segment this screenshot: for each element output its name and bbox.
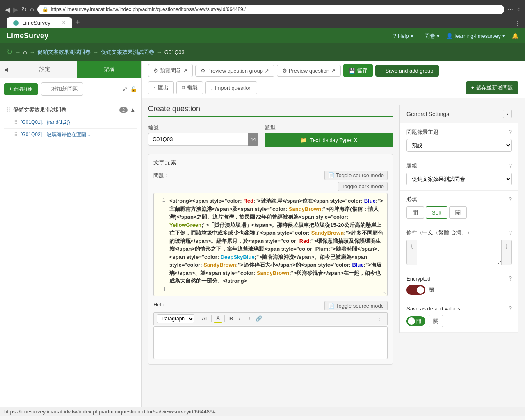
encrypted-label: Encrypted	[406, 276, 431, 282]
toggle-source-button[interactable]: 📄 Toggle source mode	[324, 171, 388, 180]
save-default-off-button[interactable]: 關	[429, 315, 443, 327]
user-chevron-icon: ▾	[502, 33, 505, 39]
export-button[interactable]: ↑ 匯出	[148, 81, 174, 94]
new-tab-button[interactable]: +	[72, 16, 83, 28]
group-help-icon[interactable]: ?	[509, 162, 512, 169]
copy-icon: ⧉	[182, 84, 185, 91]
condition-suffix: }	[501, 240, 511, 265]
encrypted-help-icon[interactable]: ?	[509, 275, 512, 282]
mandatory-soft-button[interactable]: Soft	[426, 206, 447, 219]
help-editor-area[interactable]	[153, 326, 388, 359]
bold-button[interactable]: B	[227, 315, 235, 322]
breadcrumb: ↻ → ⌂ → 促銷文案效果測試問卷 → 促銷文案效果測試問卷 → G01Q03	[0, 43, 525, 61]
more-options-button[interactable]: ⋮	[374, 315, 384, 322]
paragraph-select[interactable]: Paragraph	[157, 314, 194, 323]
back-button[interactable]: ◀	[5, 6, 10, 14]
external-link-icon-3: ↗	[331, 68, 336, 74]
toggle-dark-mode-button[interactable]: Toggle dark mode	[338, 182, 388, 191]
condition-label: 條件（中文（繁體-台灣））	[406, 229, 472, 236]
plus-icon-2: +	[381, 68, 384, 74]
more-button[interactable]: ···	[508, 6, 513, 13]
breadcrumb-sep-3: →	[157, 49, 162, 55]
active-tab[interactable]: LimeSurvey ✕	[7, 17, 72, 28]
condition-input[interactable]	[417, 240, 501, 265]
gear-icon-2: ⚙	[201, 68, 205, 74]
help-label: Help:	[153, 301, 166, 308]
copy-button[interactable]: ⧉ 複製	[176, 81, 203, 94]
save-add-question-button[interactable]: + 儲存並新增問題	[466, 81, 518, 94]
preview-group-button[interactable]: ⚙ Preview question group ↗	[195, 65, 274, 77]
import-button[interactable]: ↓ Import question	[205, 81, 257, 94]
settings-expand-button[interactable]: ›	[503, 110, 512, 118]
type-icon: 📁	[300, 137, 307, 143]
new-question-button[interactable]: + 增加新問題	[41, 82, 83, 96]
underline-button[interactable]: U	[244, 315, 252, 322]
format-divider-1	[197, 315, 197, 322]
survey-button[interactable]: ≡ 問卷 ▾	[420, 32, 440, 40]
mandatory-on-button[interactable]: 開	[406, 206, 424, 219]
expand-icon[interactable]: ⤢	[123, 86, 128, 92]
type-selector-button[interactable]: 📁 Text display Type: X	[265, 133, 393, 147]
breadcrumb-sep-0: →	[15, 49, 21, 55]
format-toolbar: Paragraph AI A B I U 🔗 ⋮	[153, 312, 388, 325]
theme-help-icon[interactable]: ?	[509, 129, 512, 135]
encrypted-switch[interactable]	[406, 285, 425, 295]
tab-structure[interactable]: 架構	[77, 61, 141, 78]
mandatory-toggle-group: 開 Soft 關	[406, 206, 512, 219]
bell-icon: 🔔	[512, 33, 518, 39]
settings-title: General Settings	[406, 111, 449, 117]
home-icon: ⌂	[23, 48, 27, 56]
tab-title: LimeSurvey	[22, 20, 50, 26]
mandatory-help-icon[interactable]: ?	[509, 196, 512, 203]
breadcrumb-item-2[interactable]: 促銷文案效果測試問卷	[101, 48, 154, 56]
save-button[interactable]: 💾 儲存	[343, 64, 373, 77]
help-toggle-source-button[interactable]: 📄 Toggle source mode	[324, 301, 388, 310]
tab-toggle[interactable]: ◀	[0, 61, 12, 78]
item-name-2: [G01Q02]、玻璃海岸位在宜蘭...	[21, 131, 90, 138]
save-default-help-icon[interactable]: ?	[509, 305, 512, 312]
save-default-label: Save as default values	[406, 306, 460, 312]
refresh-button[interactable]: ↻	[21, 6, 27, 14]
code-editor[interactable]: 1 <strong><span style="color: Red;">玻璃海岸…	[153, 193, 388, 296]
tab-favicon	[13, 20, 19, 26]
sidebar: ◀ 設定 架構 + 新增群組 + 增加新問題 ⤢ 🔒 ⠿ 促銷文案效果測試問卷 …	[0, 61, 142, 407]
lock-icon[interactable]: 🔒	[130, 86, 137, 92]
bookmark-icon[interactable]: ☆	[516, 6, 522, 13]
resize-handle[interactable]: ⤡	[383, 290, 386, 295]
condition-help-icon[interactable]: ?	[509, 229, 512, 236]
italic-button[interactable]: I	[237, 315, 242, 322]
preview-survey-button[interactable]: ⚙ 預覽問卷 ↗	[148, 64, 193, 77]
format-divider-3	[224, 315, 225, 322]
close-tab-icon[interactable]: ✕	[62, 20, 66, 25]
home-button[interactable]: ⌂	[30, 6, 34, 13]
help-button[interactable]: ? Help ▾	[393, 33, 413, 39]
breadcrumb-sep-1: →	[30, 49, 35, 55]
tab-settings[interactable]: 設定	[12, 61, 77, 78]
breadcrumb-item-1[interactable]: 促銷文案效果測試問卷	[37, 48, 91, 56]
group-select[interactable]: 促銷文案效果測試問卷	[406, 173, 512, 185]
forward-button[interactable]: ▶	[13, 6, 18, 14]
theme-select[interactable]: 預設	[406, 139, 512, 152]
encrypted-value: 關	[429, 286, 434, 294]
group-expand-button[interactable]: ▲	[130, 107, 135, 113]
external-link-icon: ↗	[183, 68, 187, 74]
user-button[interactable]: 👤 learning-limesurvey ▾	[446, 33, 505, 39]
link-button[interactable]: 🔗	[253, 315, 264, 322]
survey-item-1[interactable]: ⠿ [G01Q01]、{rand(1,2)}	[4, 116, 137, 129]
group-badge: 2	[119, 107, 128, 113]
font-color-button[interactable]: A	[214, 314, 222, 323]
id-input[interactable]	[148, 133, 248, 146]
save-default-switch[interactable]: 開	[406, 316, 425, 326]
source-icon: 📄	[328, 172, 335, 178]
mandatory-off-button[interactable]: 關	[449, 206, 467, 219]
survey-item-2[interactable]: ⠿ [G01Q02]、玻璃海岸位在宜蘭...	[4, 129, 137, 141]
format-divider-2	[211, 315, 212, 322]
new-group-button[interactable]: + 新增群組	[4, 83, 38, 95]
preview-question-button[interactable]: ⚙ Preview question ↗	[277, 65, 341, 77]
browser-menu-button[interactable]: ⋮	[514, 20, 520, 27]
save-add-group-button[interactable]: + Save and add group	[375, 65, 439, 77]
save-default-on-label: 開	[416, 318, 421, 325]
notification-button[interactable]: 🔔	[512, 33, 518, 39]
ai-button[interactable]: AI	[200, 315, 209, 322]
item-drag-1: ⠿	[14, 119, 18, 126]
